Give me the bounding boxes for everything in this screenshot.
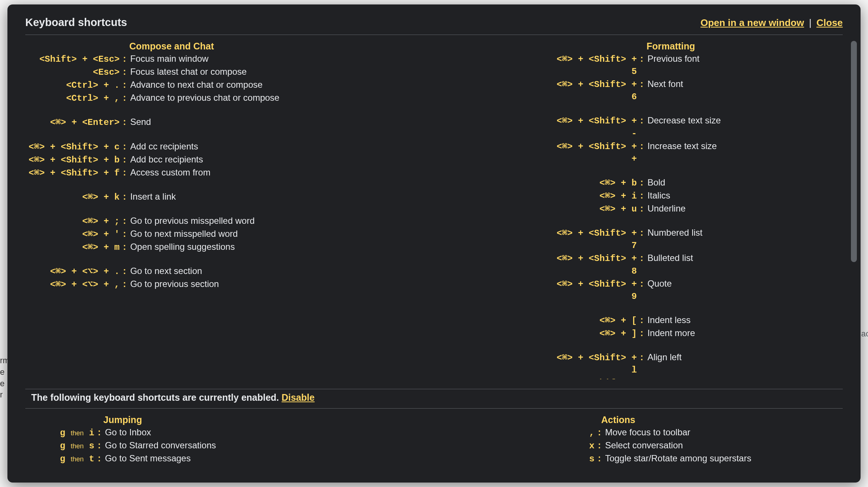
- shortcut-row: <Shift> + <Esc>:Focus main window: [25, 52, 321, 65]
- shortcut-row: <⌘> + <Shift> + l:Align left: [551, 351, 847, 376]
- shortcut-row: <⌘> + <Shift> + -:Decrease text size: [551, 114, 847, 139]
- shortcut-row: <⌘> + ':Go to next misspelled word: [25, 228, 321, 241]
- compose-chat-column: Compose and Chat <Shift> + <Esc>:Focus m…: [25, 41, 336, 379]
- shortcut-row: <⌘> + <Shift> + 6:Next font: [551, 78, 847, 103]
- shortcut-row: <Esc>:Focus latest chat or compose: [25, 65, 321, 78]
- shortcuts-dialog: Keyboard shortcuts Open in a new window …: [7, 4, 861, 483]
- compose-chat-title: Compose and Chat: [129, 41, 321, 52]
- shortcut-row: <⌘> + [:Indent less: [551, 314, 847, 327]
- actions-title: Actions: [601, 415, 843, 425]
- shortcut-row: <⌘> + <Shift> + +:Increase text size: [551, 140, 847, 165]
- dialog-body: Compose and Chat <Shift> + <Esc>:Focus m…: [25, 41, 847, 379]
- jumping-title: Jumping: [103, 415, 282, 425]
- dialog-footer: The following keyboard shortcuts are cur…: [25, 387, 843, 465]
- shortcut-row: <⌘> + <Enter>:Send: [25, 116, 321, 129]
- shortcut-row: ,:Move focus to toolbar: [586, 426, 843, 439]
- close-link[interactable]: Close: [816, 17, 843, 28]
- shortcut-row: <⌘> + <Shift> + 9:Quote: [551, 277, 847, 303]
- shortcut-row: <⌘> + <Shift> + e:Align center: [551, 376, 847, 379]
- shortcut-row: <⌘> + <Shift> + 7:Numbered list: [551, 226, 847, 252]
- shortcut-row: <⌘> + ;:Go to previous misspelled word: [25, 215, 321, 228]
- formatting-column: Formatting <⌘> + <Shift> + 5:Previous fo…: [336, 41, 847, 379]
- shortcut-row: g then s:Go to Starred conversations: [25, 439, 282, 452]
- shortcut-row: <⌘> + <Shift> + 8:Bulleted list: [551, 252, 847, 277]
- shortcut-row: <⌘> + <Shift> + c:Add cc recipients: [25, 140, 321, 153]
- scrollbar[interactable]: [851, 41, 857, 379]
- shortcut-row: <Ctrl> + ,:Advance to previous chat or c…: [25, 91, 321, 104]
- shortcut-row: <⌘> + u:Underline: [551, 202, 847, 215]
- shortcut-row: <⌘> + k:Insert a link: [25, 190, 321, 203]
- shortcut-row: <⌘> + b:Bold: [551, 176, 847, 189]
- disable-link[interactable]: Disable: [282, 392, 315, 403]
- formatting-title: Formatting: [647, 41, 847, 52]
- shortcut-row: g then t:Go to Sent messages: [25, 452, 282, 465]
- separator: |: [807, 17, 814, 28]
- actions-column: Actions ,:Move focus to toolbar x:Select…: [282, 415, 843, 465]
- jumping-column: Jumping g then i:Go to Inbox g then s:Go…: [25, 415, 282, 465]
- shortcut-row: <Ctrl> + .:Advance to next chat or compo…: [25, 78, 321, 91]
- shortcut-row: x:Select conversation: [586, 439, 843, 452]
- shortcut-row: <⌘> + <⌥> + ,:Go to previous section: [25, 278, 321, 291]
- shortcut-row: <⌘> + i:Italics: [551, 189, 847, 202]
- shortcut-row: g then i:Go to Inbox: [25, 426, 282, 439]
- shortcut-row: <⌘> + <⌥> + .:Go to next section: [25, 265, 321, 278]
- shortcut-row: <⌘> + <Shift> + 5:Previous font: [551, 52, 847, 78]
- open-new-window-link[interactable]: Open in a new window: [700, 17, 804, 28]
- dialog-title: Keyboard shortcuts: [25, 16, 127, 29]
- footer-message: The following keyboard shortcuts are cur…: [25, 389, 843, 407]
- divider: [25, 35, 843, 35]
- dialog-header: Keyboard shortcuts Open in a new window …: [25, 16, 843, 33]
- scrollbar-thumb[interactable]: [851, 41, 857, 262]
- shortcut-row: <⌘> + <Shift> + b:Add bcc recipients: [25, 153, 321, 166]
- shortcut-row: <⌘> + <Shift> + f:Access custom from: [25, 166, 321, 179]
- shortcut-row: s:Toggle star/Rotate among superstars: [586, 452, 843, 465]
- divider: [25, 408, 843, 409]
- shortcut-row: <⌘> + ]:Indent more: [551, 327, 847, 340]
- shortcut-row: <⌘> + m:Open spelling suggestions: [25, 241, 321, 254]
